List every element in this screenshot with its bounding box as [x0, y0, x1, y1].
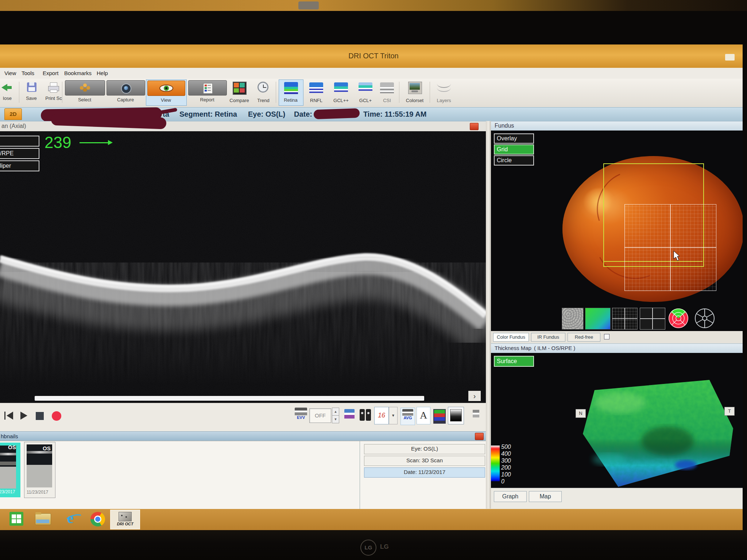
patient-segment: Segment: Retina [179, 110, 237, 118]
annotate-button[interactable]: A [417, 407, 430, 424]
fundus-checkbox[interactable] [604, 334, 609, 339]
record-button[interactable] [52, 411, 61, 421]
rnfl-button[interactable]: RNFL [306, 80, 327, 104]
ir-mini-thumbnail[interactable] [562, 308, 584, 330]
graph-button[interactable]: Graph [494, 491, 527, 502]
surface-button[interactable]: Surface [494, 356, 534, 367]
fundus-panel-title: Fundus [495, 122, 514, 129]
mini-layers-icon[interactable] [473, 410, 479, 421]
oct-bscan-image [0, 131, 486, 403]
view-button[interactable]: View [146, 79, 187, 106]
grid-overlay[interactable] [624, 204, 716, 291]
start-button[interactable] [9, 512, 23, 526]
scan-thumbnail[interactable]: OS 11/23/2017 [24, 442, 55, 498]
capture-button[interactable]: Capture [107, 80, 144, 104]
grid-mini-thumbnail-1[interactable] [612, 308, 638, 330]
chrome-button[interactable] [90, 512, 105, 526]
oct-app-taskbar-button[interactable]: DRI OCT [110, 510, 140, 529]
floppy-icon [27, 82, 36, 92]
tab-color-fundus[interactable]: Color Fundus [493, 333, 529, 342]
thickness-panel-subtitle: ( ILM - OS/RPE ) [534, 345, 575, 351]
frame-count-dropdown[interactable]: ▼ [389, 407, 398, 424]
menu-view[interactable]: View [4, 70, 16, 76]
colorset-icon [408, 82, 422, 94]
thumbnails-panel-body: OS 23/2017 OS 11/23/2017 Eye: OS(L) Scan… [0, 441, 486, 509]
fundus-overlay-button[interactable]: Overlay [494, 133, 534, 144]
retina-layers-icon [284, 82, 298, 94]
bscan-image-area[interactable]: /RPE liper 239 › [0, 131, 486, 403]
bscan-close-button[interactable] [470, 123, 479, 130]
window-titlebar[interactable]: DRI OCT Triton [0, 44, 747, 68]
frame-count-field[interactable]: 16 [374, 407, 389, 424]
menu-tools[interactable]: Tools [22, 70, 34, 76]
evv-button[interactable]: EVV [295, 408, 307, 424]
mouse-cursor [673, 251, 681, 261]
menu-export[interactable]: Export [43, 70, 58, 76]
monitor-bezel-top [0, 11, 747, 44]
select-button[interactable]: Select [65, 80, 104, 104]
colorset-button[interactable]: Colorset [402, 80, 427, 104]
taskbar: e DRI OCT [0, 509, 747, 530]
retina-button[interactable]: Retina [279, 79, 303, 106]
skip-start-button[interactable] [4, 411, 15, 420]
tab-red-free[interactable]: Red-free [568, 333, 600, 342]
save-button[interactable]: Save [22, 81, 41, 104]
report-button[interactable]: Report [188, 80, 226, 104]
menu-help[interactable]: Help [97, 70, 108, 76]
bscan-tool-button-ilm-rpe[interactable]: /RPE [0, 148, 39, 159]
tab-2d[interactable]: 2D [4, 108, 22, 120]
window-controls[interactable] [725, 54, 735, 61]
print-button[interactable]: Print Sc [42, 81, 65, 104]
dual-view-button[interactable] [360, 409, 371, 421]
patient-date-label: Date: [294, 110, 312, 118]
layers-button[interactable]: Layers [433, 80, 455, 104]
play-button[interactable] [20, 411, 28, 420]
thumbnails-close-button[interactable] [475, 433, 484, 440]
off-spinner[interactable]: ▲ ▼ [332, 408, 339, 424]
sector-wheel-mini-thumbnail[interactable] [693, 307, 716, 330]
map-button[interactable]: Map [529, 491, 562, 502]
patient-info-bar: 2D ID: ta Segment: Retina Eye: OS(L) Dat… [0, 107, 747, 121]
fundus-grid-button[interactable]: Grid [494, 144, 534, 155]
close-button[interactable]: lose [0, 81, 15, 104]
etdrs-mini-thumbnail[interactable] [667, 307, 690, 330]
toolbar-separator [276, 82, 276, 103]
layers-lines-icon [437, 84, 451, 92]
fundus-circle-button[interactable]: Circle [494, 155, 534, 166]
thickness-map-area[interactable]: Surface [491, 353, 747, 488]
csi-button[interactable]: CSI [378, 80, 396, 104]
off-field[interactable]: OFF [309, 408, 331, 423]
bw-mode-button[interactable] [448, 407, 464, 424]
folder-icon [35, 513, 51, 525]
panel-splitter[interactable] [486, 121, 491, 509]
fundus-tabs-strip: Color Fundus IR Fundus Red-free [491, 331, 747, 343]
frame-arrow-head [108, 140, 113, 145]
avg-button[interactable]: AVG [400, 408, 415, 425]
menu-bar: View Tools Export Bookmarks Help [0, 68, 747, 79]
stop-button[interactable] [36, 412, 44, 420]
layer-colors-button[interactable] [344, 409, 355, 421]
tab-ir-fundus[interactable]: IR Fundus [531, 333, 565, 342]
thickness-mini-thumbnail[interactable] [585, 308, 611, 330]
gclpp-button[interactable]: GCL++ [329, 80, 353, 104]
color-mode-button[interactable] [433, 409, 446, 424]
color-scale-bar [491, 446, 500, 481]
toolbar: lose Save Print Sc [0, 79, 747, 108]
bscan-tool-button-1[interactable] [0, 136, 39, 147]
clock-icon [258, 82, 268, 93]
frame-number: 239 [44, 133, 71, 152]
menu-bookmarks[interactable]: Bookmarks [64, 70, 92, 76]
grid-mini-thumbnail-2[interactable] [640, 308, 665, 330]
panel-expander-box[interactable]: › [468, 391, 481, 401]
trend-button[interactable]: Trend [254, 81, 273, 104]
compare-button[interactable]: Compare [226, 81, 252, 104]
file-explorer-button[interactable] [35, 513, 50, 525]
thumbnail2-date: 11/23/2017 [27, 490, 48, 495]
gclp-button[interactable]: GCL+ [355, 80, 376, 104]
bscan-tool-button-caliper[interactable]: liper [0, 160, 39, 171]
internet-explorer-button[interactable]: e [65, 510, 82, 528]
fundus-image-area[interactable]: Overlay Grid Circle [491, 131, 747, 331]
scan-thumbnail-selected[interactable]: OS 23/2017 [0, 443, 20, 497]
bscan-scrollbar[interactable] [35, 396, 424, 401]
screen: DRI OCT Triton View Tools Export Bookmar… [0, 44, 747, 530]
